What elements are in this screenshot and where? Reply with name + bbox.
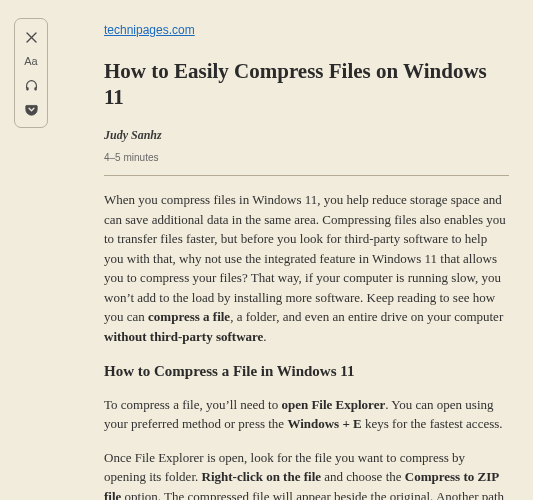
listen-button[interactable] <box>15 73 47 97</box>
headphones-icon <box>25 79 38 92</box>
save-to-pocket-button[interactable] <box>15 97 47 121</box>
reader-toolbar: Aa <box>14 18 48 128</box>
source-link[interactable]: technipages.com <box>104 23 195 37</box>
type-controls-button[interactable]: Aa <box>15 49 47 73</box>
section-heading: How to Compress a File in Windows 11 <box>104 360 509 383</box>
type-icon: Aa <box>24 55 37 67</box>
paragraph: Once File Explorer is open, look for the… <box>104 448 509 501</box>
article-content: technipages.com How to Easily Compress F… <box>104 20 509 500</box>
svg-rect-2 <box>26 87 28 90</box>
divider <box>104 175 509 176</box>
svg-rect-3 <box>34 87 36 90</box>
page-title: How to Easily Compress Files on Windows … <box>104 58 509 111</box>
paragraph: To compress a file, you’ll need to open … <box>104 395 509 434</box>
pocket-icon <box>25 103 38 116</box>
close-icon <box>26 32 37 43</box>
close-button[interactable] <box>15 25 47 49</box>
paragraph: When you compress files in Windows 11, y… <box>104 190 509 346</box>
reading-time: 4–5 minutes <box>104 150 509 165</box>
author-name: Judy Sanhz <box>104 126 509 144</box>
